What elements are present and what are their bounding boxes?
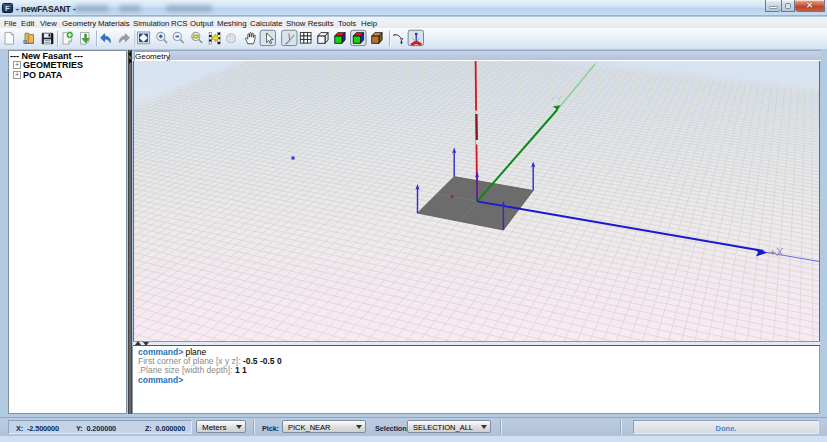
svg-text:+X: +X xyxy=(770,246,784,258)
svg-text:+Y: +Y xyxy=(551,94,562,104)
